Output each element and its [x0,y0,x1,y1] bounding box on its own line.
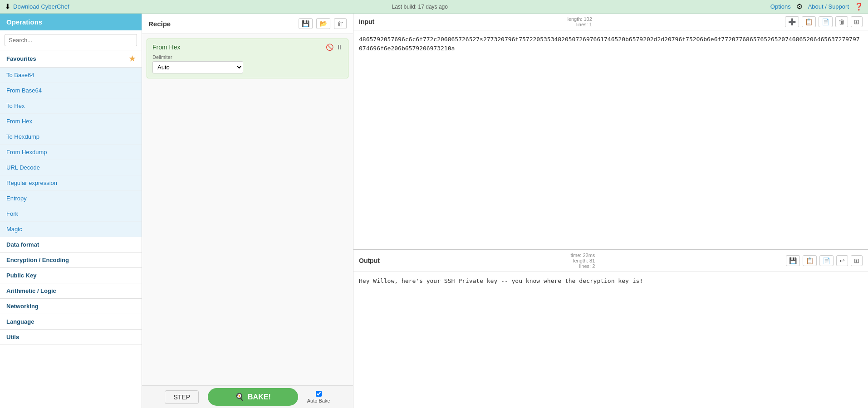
step-button[interactable]: STEP [165,390,199,404]
recipe-op-delimiter: Delimiter Auto [152,54,343,73]
recipe-op-header: From Hex 🚫 ⏸ [152,44,343,51]
output-lines: lines: 2 [571,263,595,269]
bake-icon: 🍳 [235,393,244,401]
input-new-button[interactable]: ➕ [785,16,799,27]
output-save-button[interactable]: 💾 [786,255,800,266]
input-section: Input length: 102 lines: 1 ➕ 📋 📄 🗑 ⊞ [353,14,868,249]
topbar-left: ⬇ Download CyberChef [5,2,69,11]
download-link[interactable]: Download CyberChef [13,3,69,10]
input-toolbar: ➕ 📋 📄 🗑 ⊞ [785,16,863,27]
recipe-op-disable-button[interactable]: 🚫 [326,44,333,51]
sidebar-item-6[interactable]: URL Decode [0,160,142,175]
sidebar-item-9[interactable]: Fork [0,206,142,222]
download-icon: ⬇ [5,2,10,11]
sidebar-item-8[interactable]: Entropy [0,191,142,206]
sidebar-item-0[interactable]: To Base64 [0,68,142,83]
sidebar-item-3[interactable]: From Hex [0,114,142,129]
sidebar-item-4[interactable]: To Hexdump [0,129,142,145]
input-meta: length: 102 lines: 1 [567,16,592,27]
help-icon: ❓ [854,2,863,11]
sidebar: Operations Favourites ★ To Base64From Ba… [0,14,142,408]
auto-bake-wrap: Auto Bake [307,391,330,403]
star-icon: ★ [129,54,135,63]
input-expand-button[interactable]: ⊞ [851,16,863,27]
recipe-content: From Hex 🚫 ⏸ Delimiter Auto [142,34,353,385]
output-undo-button[interactable]: ↩ [836,255,848,266]
delimiter-label: Delimiter [152,54,343,60]
recipe-open-button[interactable]: 📂 [316,18,330,29]
output-time: time: 22ms [571,253,595,258]
recipe-operation-from-hex: From Hex 🚫 ⏸ Delimiter Auto [147,39,348,78]
right-panel: Input length: 102 lines: 1 ➕ 📋 📄 🗑 ⊞ Out… [353,14,868,408]
output-length: length: 81 [571,258,595,263]
input-header: Input length: 102 lines: 1 ➕ 📋 📄 🗑 ⊞ [353,14,868,30]
gear-icon: ⚙ [796,2,803,11]
sidebar-item-2[interactable]: To Hex [0,98,142,114]
recipe-header: Recipe 💾 📂 🗑 [142,14,353,34]
sidebar-section-13[interactable]: Public Key [0,268,142,283]
sidebar-section-16[interactable]: Language [0,314,142,330]
sidebar-list: Favourites ★ To Base64From Base64To HexF… [0,50,142,408]
search-box [0,30,142,50]
output-textarea[interactable] [353,272,868,408]
sidebar-section-17[interactable]: Utils [0,330,142,345]
delimiter-select[interactable]: Auto [152,61,243,73]
sidebar-item-7[interactable]: Regular expression [0,175,142,191]
recipe-title: Recipe [148,20,171,28]
recipe-op-title: From Hex [152,44,180,51]
sidebar-item-5[interactable]: From Hexdump [0,145,142,160]
sidebar-section-14[interactable]: Arithmetic / Logic [0,283,142,299]
build-label: Last build: 17 days ago [392,4,448,10]
input-title: Input [359,18,374,25]
bottom-bar: STEP 🍳 BAKE! Auto Bake [142,385,353,408]
options-link[interactable]: Options [770,3,791,10]
input-copy-button[interactable]: 📋 [802,16,816,27]
sidebar-section-11[interactable]: Data format [0,237,142,253]
output-title: Output [359,257,380,264]
input-length: length: 102 [567,16,592,22]
recipe-panel: Recipe 💾 📂 🗑 From Hex 🚫 ⏸ Delimiter [142,14,353,408]
sidebar-section-12[interactable]: Encryption / Encoding [0,253,142,268]
recipe-save-button[interactable]: 💾 [299,18,313,29]
output-toolbar: 💾 📋 📄 ↩ ⊞ [786,255,863,266]
topbar: ⬇ Download CyberChef Last build: 17 days… [0,0,868,14]
output-paste-button[interactable]: 📄 [819,255,834,266]
auto-bake-label: Auto Bake [307,398,330,403]
sidebar-item-1[interactable]: From Base64 [0,83,142,98]
input-clear-button[interactable]: 🗑 [835,16,848,27]
favourites-label: Favourites [6,55,36,62]
output-section: Output time: 22ms length: 81 lines: 2 💾 … [353,249,868,408]
input-textarea[interactable] [353,30,868,249]
recipe-toolbar: 💾 📂 🗑 [299,18,347,29]
input-lines: lines: 1 [567,22,592,27]
sidebar-item-10[interactable]: Magic [0,222,142,237]
output-meta: time: 22ms length: 81 lines: 2 [571,253,595,269]
topbar-right: Options ⚙ About / Support ❓ [770,2,863,11]
input-paste-button[interactable]: 📄 [819,16,833,27]
recipe-op-controls: 🚫 ⏸ [326,44,343,51]
about-link[interactable]: About / Support [808,3,849,10]
bake-button[interactable]: 🍳 BAKE! [208,388,298,406]
recipe-op-pause-button[interactable]: ⏸ [336,44,343,51]
output-expand-button[interactable]: ⊞ [851,255,863,266]
output-header: Output time: 22ms length: 81 lines: 2 💾 … [353,249,868,272]
auto-bake-checkbox[interactable] [316,391,322,397]
sidebar-section-15[interactable]: Networking [0,299,142,314]
search-input[interactable] [5,34,137,46]
sidebar-header: Operations [0,14,142,30]
recipe-clear-button[interactable]: 🗑 [334,18,347,29]
bake-label: BAKE! [248,393,271,401]
output-copy-button[interactable]: 📋 [803,255,817,266]
favourites-row[interactable]: Favourites ★ [0,50,142,68]
main-layout: Operations Favourites ★ To Base64From Ba… [0,14,868,408]
